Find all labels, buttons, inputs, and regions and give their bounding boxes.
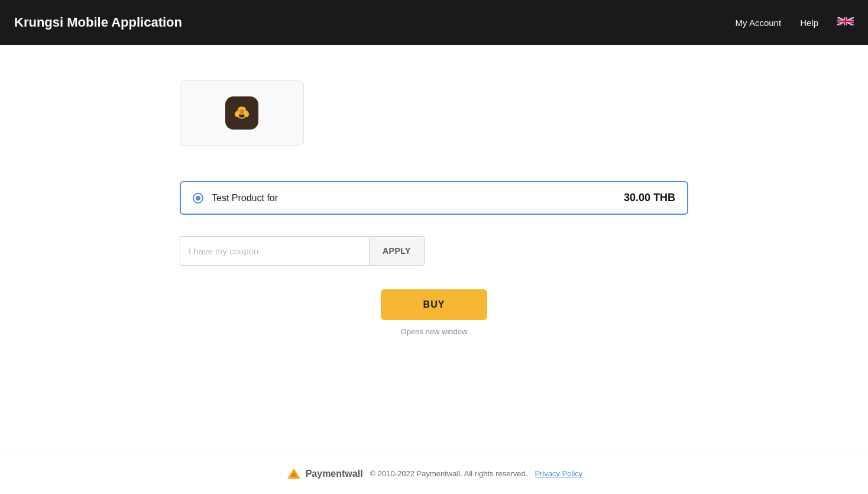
language-flag[interactable] [837, 16, 854, 29]
coupon-input[interactable] [180, 236, 369, 266]
app-title: Krungsi Mobile Application [14, 15, 182, 30]
svg-point-5 [236, 111, 238, 113]
app-icon [225, 96, 258, 130]
buy-button[interactable]: BUY [381, 289, 487, 320]
header: Krungsi Mobile Application My Account He… [0, 0, 868, 45]
help-link[interactable]: Help [800, 18, 818, 28]
svg-point-6 [245, 111, 248, 113]
product-image-card [180, 80, 304, 146]
my-account-link[interactable]: My Account [736, 18, 782, 28]
main-content: Test Product for 30.00 THB APPLY BUY Ope… [168, 45, 700, 360]
footer-copyright: © 2010-2022 Paymentwall. All rights rese… [370, 469, 528, 478]
apply-button[interactable]: APPLY [369, 236, 425, 266]
svg-point-4 [243, 108, 246, 111]
coupon-section: APPLY [180, 236, 688, 266]
product-radio[interactable] [193, 193, 203, 204]
buy-section: BUY Opens new window [180, 289, 688, 336]
product-name: Test Product for [212, 193, 624, 204]
radio-dot [196, 196, 200, 201]
product-row[interactable]: Test Product for 30.00 THB [180, 181, 688, 215]
privacy-policy-link[interactable]: Privacy Policy [535, 469, 582, 478]
footer: Paymentwall © 2010-2022 Paymentwall. All… [0, 453, 868, 494]
header-nav: My Account Help [736, 16, 854, 29]
svg-point-3 [238, 108, 241, 111]
opens-new-window-label: Opens new window [401, 327, 468, 336]
paymentwall-logo: Paymentwall [286, 467, 363, 481]
paymentwall-icon [286, 467, 302, 481]
paymentwall-brand: Paymentwall [306, 469, 363, 479]
product-price: 30.00 THB [624, 192, 675, 204]
